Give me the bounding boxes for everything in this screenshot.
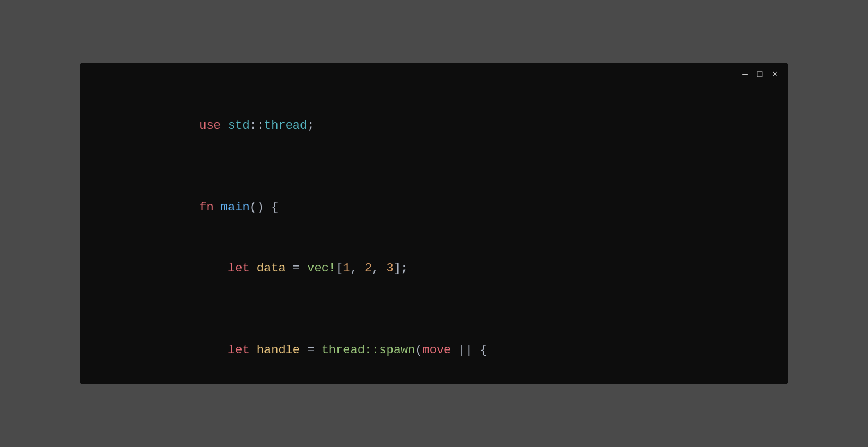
- module-thread: thread: [264, 119, 307, 132]
- close-button[interactable]: ×: [772, 70, 777, 79]
- code-editor: use std::thread; fn main() { let data = …: [80, 63, 788, 384]
- code-line-7: println!("{:?}", data); // safe to move …: [156, 380, 788, 384]
- maximize-button[interactable]: □: [757, 70, 763, 79]
- code-line-3: fn main() {: [156, 177, 788, 238]
- code-window: — □ × use std::thread; fn main() { let d…: [80, 63, 788, 384]
- code-line-6: let handle = thread::spawn(move || {: [156, 319, 788, 380]
- var-handle: handle: [257, 343, 300, 357]
- num-3: 3: [387, 262, 394, 275]
- keyword-fn: fn: [199, 201, 213, 214]
- num-2: 2: [365, 262, 372, 275]
- minimize-button[interactable]: —: [742, 70, 748, 79]
- thread-spawn: thread::spawn: [322, 343, 415, 357]
- module-std: std: [228, 119, 250, 132]
- fn-main: main: [221, 201, 250, 214]
- keyword-let-2: let: [228, 343, 250, 357]
- code-line-5: [156, 299, 788, 319]
- var-data: data: [257, 262, 286, 275]
- title-bar: — □ ×: [731, 63, 788, 87]
- code-line-4: let data = vec![1, 2, 3];: [156, 238, 788, 299]
- keyword-let-1: let: [228, 262, 250, 275]
- num-1: 1: [343, 262, 350, 275]
- code-line-2: [156, 156, 788, 177]
- macro-vec: vec!: [307, 262, 336, 275]
- code-line-1: use std::thread;: [156, 95, 788, 156]
- keyword-use: use: [199, 119, 221, 132]
- keyword-move: move: [423, 343, 451, 357]
